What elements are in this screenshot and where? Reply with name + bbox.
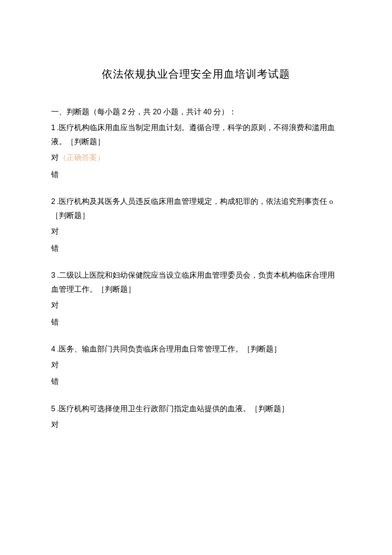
correct-answer-label: （正确答案） (59, 153, 105, 162)
question-1-options: 对（正确答案） 错 (51, 151, 341, 182)
question-tag: ［判断题］ (66, 137, 105, 146)
option-false: 错 (51, 315, 341, 329)
section-header-pre: 一、判断题（每小题 (51, 108, 122, 116)
option-false: 错 (51, 375, 341, 389)
option-true-label: 对 (51, 153, 59, 162)
question-4-options: 对 错 (51, 358, 341, 389)
question-tag: ［判断题］ (251, 404, 289, 413)
option-true: 对 (51, 358, 341, 372)
question-4: 4 .医务、输血部门共同负责临床合理用血日常管理工作。［判断题］ (51, 342, 341, 356)
option-true: 对 (51, 224, 341, 238)
question-5-options: 对 (51, 418, 341, 432)
option-true: 对（正确答案） (51, 151, 341, 165)
question-number: 4 (51, 345, 55, 353)
document-title: 依法依规执业合理安全用血培训考试题 (51, 64, 341, 84)
question-3: 3 .二级以上医院和妇幼保健院应当设立临床用血管理委员会，负责本机构临床合理用血… (51, 268, 341, 297)
question-text: 医疗机构及其医务人员违反临床用血管理规定，构成犯罪的，依法追究刑事责任 o (59, 197, 333, 206)
option-true: 对 (51, 298, 341, 312)
question-text: 医务、输血部门共同负责临床合理用血日常管理工作。 (59, 345, 243, 353)
option-false: 错 (51, 168, 341, 182)
section-header: 一、判断题（每小题 2 分，共 20 小题，共计 40 分）： (51, 105, 341, 119)
section-header-mid2: 小题，共计 (161, 108, 203, 116)
option-false: 错 (51, 241, 341, 256)
question-2-options: 对 错 (51, 224, 341, 256)
points-per-question: 2 (122, 108, 126, 116)
question-3-options: 对 错 (51, 298, 341, 329)
question-text: 医疗机构可选择使用卫生行政部门指定血站提供的血液。 (59, 404, 251, 413)
option-true: 对 (51, 418, 341, 432)
question-1: 1 .医疗机构临床用血应当制定用血计划。遵循合理，科学的原则，不得浪费和滥用血液… (51, 121, 341, 149)
question-number: 3 (51, 271, 55, 279)
section-header-mid1: 分，共 (126, 108, 153, 116)
question-number: 2 (51, 197, 55, 206)
question-5: 5 .医疗机构可选择使用卫生行政部门指定血站提供的血液。［判断题］ (51, 402, 341, 416)
question-number: 1 (51, 123, 55, 132)
document-page: 依法依规执业合理安全用血培训考试题 一、判断题（每小题 2 分，共 20 小题，… (0, 0, 392, 555)
question-2: 2 .医疗机构及其医务人员违反临床用血管理规定，构成犯罪的，依法追究刑事责任 o… (51, 195, 341, 223)
total-points: 40 (203, 108, 211, 116)
question-text: 二级以上医院和妇幼保健院应当设立临床用血管理委员会，负责本机构临床合理用血管理工… (51, 271, 335, 293)
section-header-post: 分）： (212, 108, 236, 116)
question-tag: ［判断题］ (51, 211, 89, 220)
question-tag: ［判断题］ (243, 345, 281, 353)
question-number: 5 (51, 404, 55, 413)
question-count: 20 (153, 108, 161, 116)
question-tag: ［判断题］ (97, 285, 135, 293)
